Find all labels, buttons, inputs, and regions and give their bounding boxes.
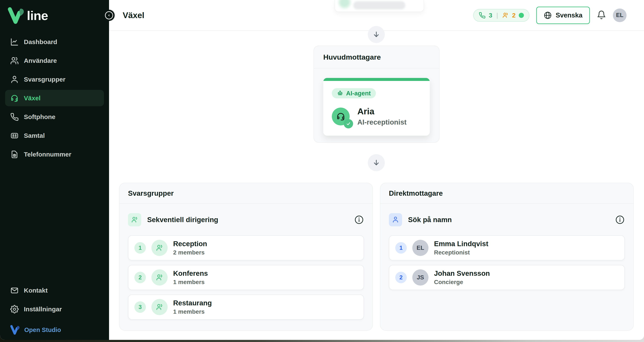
node-placeholder-bar (353, 1, 405, 9)
ai-agent-badge: AI-agent (332, 88, 376, 98)
sidebar-collapse-button[interactable] (104, 10, 114, 21)
phone-status-icon (479, 12, 486, 19)
bell-icon (597, 10, 606, 20)
person-name: Johan Svensson (434, 270, 490, 278)
open-studio-link[interactable]: Open Studio (5, 324, 104, 336)
groups-info-button[interactable] (354, 215, 364, 225)
direct-info-button[interactable] (615, 215, 625, 225)
group-row[interactable]: 2 Konferens 1 members (128, 265, 364, 290)
users-icon (10, 56, 19, 65)
group-members: 1 members (173, 308, 212, 315)
users-icon (156, 244, 164, 252)
main-recipient-title: Huvudmottagare (314, 46, 439, 68)
header-actions: 3 | 2 Svenska EL (473, 6, 626, 24)
headset-icon (336, 112, 346, 121)
brand-name: line (27, 8, 48, 23)
sidebar-item-kontakt[interactable]: Kontakt (5, 282, 104, 298)
agent-person-row: Aria AI-receptionist (332, 106, 421, 126)
agent-card-accent-bar (323, 78, 430, 81)
online-agents-count: 2 (512, 12, 516, 19)
order-badge: 2 (134, 272, 146, 283)
language-button[interactable]: Svenska (536, 6, 590, 24)
app-window: line Dashboard Användare Svarsgrupper Vä… (0, 0, 644, 340)
group-row[interactable]: 1 Reception 2 members (128, 235, 364, 260)
groups-panel: Svarsgrupper Sekventiell dirigering 1 (119, 183, 373, 331)
sidebar-item-vaxel[interactable]: Växel (5, 90, 104, 106)
sidebar-item-svarsgrupper[interactable]: Svarsgrupper (5, 71, 104, 88)
user-avatar[interactable]: EL (613, 8, 626, 22)
voicemail-icon (10, 132, 19, 140)
agent-name: Aria (357, 106, 406, 116)
sidebar-nav: Dashboard Användare Svarsgrupper Växel S… (0, 34, 109, 162)
notifications-button[interactable] (597, 10, 606, 20)
ai-agent-badge-label: AI-agent (346, 90, 371, 97)
direct-mode-label: Sök på namn (408, 216, 452, 224)
globe-icon (544, 11, 552, 20)
direct-row[interactable]: 1 EL Emma Lindqvist Receptionist (389, 235, 625, 260)
sidebar-item-label: Telefonnummer (24, 151, 71, 158)
sidebar-item-label: Svarsgrupper (24, 76, 66, 83)
person-role: Concierge (434, 279, 490, 286)
user-icon (10, 75, 19, 84)
sidebar-item-label: Inställningar (24, 306, 62, 313)
sim-card-icon (10, 150, 19, 159)
groups-list: 1 Reception 2 members 2 (128, 235, 364, 320)
direct-mode-row: Sök på namn (389, 213, 625, 226)
flow-arrow-down-2 (368, 154, 385, 171)
sidebar-item-label: Användare (24, 57, 57, 64)
group-members: 1 members (173, 279, 208, 286)
group-avatar (152, 240, 168, 256)
info-icon (354, 215, 364, 225)
sidebar-item-softphone[interactable]: Softphone (5, 108, 104, 125)
robot-icon (337, 90, 343, 96)
sidebar-item-label: Samtal (24, 132, 45, 139)
direct-panel-title: Direktmottagare (380, 183, 633, 204)
sidebar-item-samtal[interactable]: Samtal (5, 127, 104, 144)
flow-arrow-down-1 (368, 26, 385, 43)
main-recipient-panel: Huvudmottagare AI-agent (314, 46, 440, 143)
group-members: 2 members (173, 249, 207, 256)
status-dot (519, 13, 524, 18)
sidebar-item-telefonnummer[interactable]: Telefonnummer (5, 146, 104, 162)
agent-role: AI-receptionist (357, 118, 406, 126)
sidebar: line Dashboard Användare Svarsgrupper Vä… (0, 0, 109, 340)
sidebar-item-dashboard[interactable]: Dashboard (5, 34, 104, 50)
brand-v-icon (8, 6, 25, 25)
page-title: Växel (123, 11, 144, 20)
person-initials: JS (417, 274, 424, 281)
sidebar-item-anvandare[interactable]: Användare (5, 52, 104, 69)
group-row[interactable]: 3 Restaurang 1 members (128, 294, 364, 320)
sidebar-item-label: Dashboard (24, 38, 57, 46)
mail-icon (10, 286, 19, 295)
scrolled-node-card (334, 0, 424, 12)
order-badge: 3 (134, 301, 146, 313)
direct-panel: Direktmottagare Sök på namn 1 EL (380, 183, 634, 331)
order-badge: 1 (395, 242, 407, 254)
pill-divider: | (496, 12, 499, 19)
status-pill[interactable]: 3 | 2 (473, 9, 530, 22)
headset-icon (10, 94, 19, 102)
group-avatar (152, 270, 168, 286)
gear-icon (10, 305, 19, 314)
group-avatar (152, 299, 168, 315)
main-recipient-body: AI-agent (314, 68, 439, 145)
brand-logo: line (0, 0, 109, 25)
group-name: Konferens (173, 270, 208, 278)
direct-list: 1 EL Emma Lindqvist Receptionist 2 JS (389, 235, 625, 290)
node-status-glow (339, 0, 350, 8)
main-area: Växel 3 | 2 Svenska EL (109, 0, 644, 340)
direct-row[interactable]: 2 JS Johan Svensson Concierge (389, 265, 625, 290)
groups-panel-title: Svarsgrupper (120, 183, 372, 204)
groups-mode-row: Sekventiell dirigering (128, 213, 364, 226)
check-badge-icon (344, 119, 353, 128)
arrow-down-icon (372, 30, 380, 38)
avatar-initials: EL (616, 12, 624, 18)
ai-agent-card[interactable]: AI-agent (323, 78, 430, 136)
sidebar-item-label: Kontakt (24, 287, 48, 294)
language-label: Svenska (556, 12, 582, 19)
users-icon (128, 213, 141, 226)
open-studio-v-icon (10, 324, 20, 335)
sidebar-item-label: Växel (24, 94, 40, 102)
sidebar-item-installningar[interactable]: Inställningar (5, 301, 104, 317)
users-icon (156, 303, 164, 311)
